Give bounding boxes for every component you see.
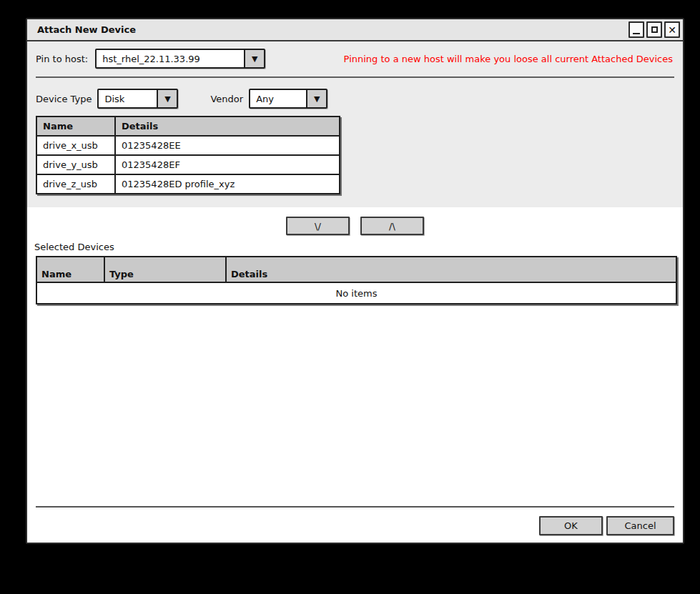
- vendor-label: Vendor: [210, 94, 243, 104]
- minimize-button[interactable]: [628, 21, 644, 38]
- host-select[interactable]: hst_rhel_22.11.33.99 ▼: [95, 49, 265, 69]
- chevron-down-icon: ▼: [164, 94, 170, 104]
- empty-row: No items: [36, 282, 676, 304]
- footer-divider: [36, 506, 674, 508]
- column-header-details: Details: [115, 117, 340, 136]
- maximize-icon: [651, 26, 658, 33]
- minimize-icon: [633, 33, 640, 34]
- table-row[interactable]: drive_z_usb 01235428ED profile_xyz: [36, 174, 340, 194]
- table-row[interactable]: drive_x_usb 01235428EE: [36, 136, 340, 155]
- panel-divider: [36, 76, 674, 78]
- column-header-name: Name: [36, 117, 115, 136]
- footer-buttons: OK Cancel: [36, 516, 674, 535]
- move-down-button[interactable]: \/: [286, 217, 350, 235]
- desktop-background: { "window": { "title": "Attach New Devic…: [0, 0, 700, 594]
- pin-to-host-row: Pin to host: hst_rhel_22.11.33.99 ▼ Pinn…: [36, 48, 674, 69]
- device-details-cell[interactable]: 01235428EF: [115, 155, 340, 174]
- vendor-select[interactable]: Any ▼: [249, 89, 327, 109]
- vendor-arrow-button[interactable]: ▼: [306, 90, 326, 107]
- maximize-button[interactable]: [646, 21, 662, 38]
- vendor-select-value: Any: [250, 90, 306, 107]
- dialog-footer: OK Cancel: [27, 506, 683, 543]
- device-type-value: Disk: [99, 90, 157, 107]
- device-details-cell[interactable]: 01235428ED profile_xyz: [115, 174, 340, 194]
- table-row[interactable]: drive_y_usb 01235428EF: [36, 155, 340, 174]
- column-header-type: Type: [104, 257, 226, 282]
- host-and-filter-panel: Pin to host: hst_rhel_22.11.33.99 ▼ Pinn…: [27, 41, 683, 207]
- chevron-down-icon: ▼: [252, 54, 257, 64]
- ok-button[interactable]: OK: [539, 516, 603, 535]
- host-select-arrow-button[interactable]: ▼: [244, 50, 264, 67]
- window-controls: ✕: [628, 21, 680, 38]
- available-devices-table: Name Details drive_x_usb 01235428EE driv…: [36, 116, 340, 194]
- device-name-cell[interactable]: drive_z_usb: [36, 174, 115, 194]
- attach-new-device-dialog: Attach New Device ✕ Pin to host: hst_rhe…: [26, 18, 684, 544]
- column-header-name: Name: [36, 257, 104, 282]
- chevron-down-icon: ▼: [314, 94, 320, 104]
- title-bar: Attach New Device ✕: [27, 19, 683, 41]
- device-type-arrow-button[interactable]: ▼: [157, 90, 177, 107]
- device-name-cell[interactable]: drive_y_usb: [36, 155, 115, 174]
- close-icon: ✕: [668, 25, 676, 35]
- dialog-title: Attach New Device: [37, 24, 136, 35]
- no-items-text: No items: [36, 282, 676, 304]
- pin-to-host-label: Pin to host:: [36, 54, 88, 64]
- close-button[interactable]: ✕: [664, 21, 680, 38]
- table-header-row: Name Type Details: [36, 257, 676, 282]
- device-type-label: Device Type: [36, 94, 92, 104]
- host-select-value: hst_rhel_22.11.33.99: [97, 50, 244, 67]
- table-header-row: Name Details: [36, 117, 340, 136]
- pin-warning-text: Pinning to a new host will make you loos…: [344, 54, 674, 64]
- device-details-cell[interactable]: 01235428EE: [115, 136, 340, 155]
- filters-row: Device Type Disk ▼ Vendor Any ▼: [36, 89, 674, 109]
- cancel-button[interactable]: Cancel: [606, 516, 674, 535]
- move-up-button[interactable]: /\: [360, 217, 424, 235]
- selected-devices-label: Selected Devices: [34, 242, 683, 252]
- selected-devices-table: Name Type Details No items: [36, 256, 677, 305]
- transfer-buttons-row: \/ /\: [27, 217, 683, 235]
- device-type-select[interactable]: Disk ▼: [97, 89, 178, 109]
- column-header-details: Details: [226, 257, 676, 282]
- device-name-cell[interactable]: drive_x_usb: [36, 136, 115, 155]
